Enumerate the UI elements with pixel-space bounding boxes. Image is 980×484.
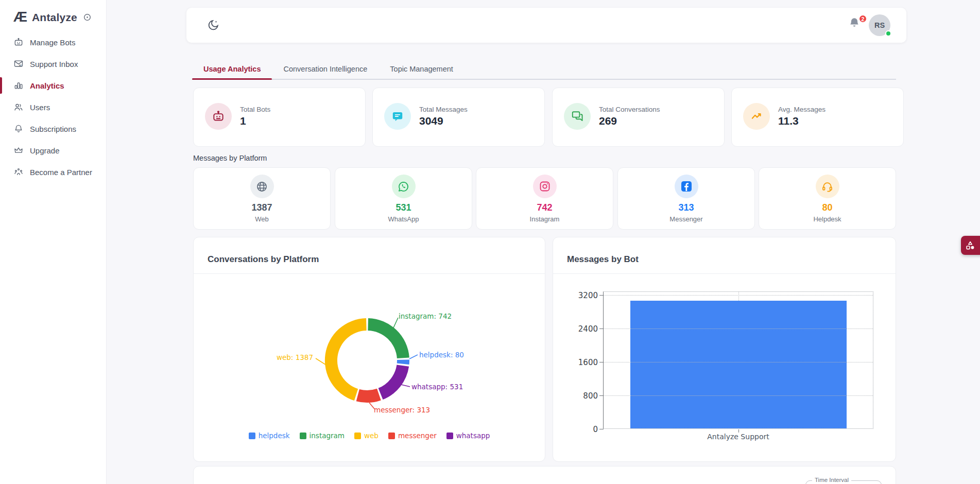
donut-segment-messenger[interactable] — [356, 389, 381, 403]
sidebar-item-become-a-partner[interactable]: Become a Partner — [0, 161, 106, 183]
gridline — [604, 362, 873, 362]
stat-value: 11.3 — [778, 115, 826, 127]
platform-label: Messenger — [618, 215, 754, 223]
y-tick-mark — [599, 295, 604, 296]
sidebar-item-users[interactable]: Users — [0, 96, 106, 118]
bar-x-label: Antalyze Support — [603, 433, 873, 441]
platform-card-web: 1387 Web — [193, 167, 331, 230]
inbox-ai-icon: AI — [13, 59, 24, 69]
sidebar-item-subscriptions[interactable]: Subscriptions — [0, 118, 106, 140]
legend-item-web[interactable]: web — [354, 431, 379, 440]
y-tick-label: 3200 — [578, 291, 598, 300]
stat-label: Total Conversations — [599, 106, 660, 113]
y-tick-mark — [599, 362, 604, 362]
platform-card-messenger: 313 Messenger — [617, 167, 755, 230]
platform-label: WhatsApp — [335, 215, 472, 223]
donut-label-messenger: messenger: 313 — [374, 406, 430, 414]
messages-by-bot-card: Messages by Bot 0800160024003200 Antalyz… — [553, 237, 896, 462]
avatar[interactable]: RS — [869, 14, 890, 36]
whatsapp-icon — [392, 175, 416, 198]
y-tick-mark — [599, 395, 604, 396]
sidebar-item-manage-bots[interactable]: Manage Bots — [0, 31, 106, 53]
platform-value: 531 — [335, 202, 472, 213]
legend-label: web — [364, 431, 379, 440]
users-icon — [13, 102, 24, 112]
platform-label: Instagram — [476, 215, 613, 223]
stat-value: 1 — [240, 115, 270, 127]
conversations-icon — [564, 103, 591, 130]
shapes-icon — [965, 240, 976, 251]
legend-item-helpdesk[interactable]: helpdesk — [249, 431, 290, 440]
bar-plot: 0800160024003200 — [603, 291, 873, 429]
chart-title: Messages by Bot — [567, 254, 639, 265]
sidebar-item-analytics[interactable]: Analytics — [0, 75, 106, 96]
platform-card-helpdesk: 80 Helpdesk — [759, 167, 896, 230]
notifications-button[interactable]: 2 — [848, 16, 865, 34]
tab-topic-management[interactable]: Topic Management — [379, 61, 465, 79]
legend-item-whatsapp[interactable]: whatsapp — [446, 431, 490, 440]
legend-swatch — [354, 433, 361, 439]
sidebar-collapse-icon[interactable] — [83, 13, 92, 22]
stat-value: 3049 — [419, 115, 468, 127]
donut-segment-web[interactable] — [325, 318, 367, 401]
logo-glyph: Æ — [13, 10, 27, 24]
gridline — [604, 295, 873, 296]
facebook-icon — [675, 175, 698, 198]
sidebar: Æ Antalyze Manage Bots AI Support Inbox … — [0, 0, 107, 484]
time-interval-select[interactable]: Time Interval — [805, 480, 882, 484]
trend-up-icon — [743, 103, 770, 130]
bar-antalyze-support — [630, 301, 847, 428]
divider — [553, 273, 896, 274]
platform-value: 1387 — [194, 202, 330, 213]
app-name: Antalyze — [32, 11, 77, 24]
widgets-floating-button[interactable] — [961, 236, 980, 255]
globe-icon — [250, 175, 274, 198]
platform-value: 80 — [759, 202, 896, 213]
donut-segment-instagram[interactable] — [368, 318, 409, 358]
svg-text:AI: AI — [19, 64, 22, 67]
legend-label: whatsapp — [456, 431, 490, 440]
platform-value: 313 — [618, 202, 754, 213]
tab-conversation-intelligence[interactable]: Conversation Intelligence — [272, 61, 379, 79]
conversations-by-platform-card: Conversations by Platform instagram: 742… — [193, 237, 545, 462]
time-interval-label: Time Interval — [812, 477, 851, 483]
donut-label-instagram: instagram: 742 — [399, 312, 452, 320]
y-tick-label: 0 — [593, 425, 598, 434]
chat-message-icon — [384, 103, 411, 130]
avatar-initials: RS — [874, 21, 885, 29]
platform-card-instagram: 742 Instagram — [476, 167, 613, 230]
chart-title: Conversations by Platform — [208, 254, 319, 265]
legend-swatch — [388, 433, 395, 439]
sidebar-item-label: Subscriptions — [30, 125, 76, 133]
tab-usage-analytics[interactable]: Usage Analytics — [192, 61, 272, 79]
sidebar-item-label: Upgrade — [30, 146, 60, 155]
platform-label: Helpdesk — [759, 215, 896, 223]
stat-value: 269 — [599, 115, 660, 127]
legend-label: messenger — [398, 431, 437, 440]
sidebar-item-label: Support Inbox — [30, 60, 78, 68]
stat-card-total-bots: Total Bots 1 — [193, 88, 366, 147]
notification-badge: 2 — [858, 14, 867, 23]
dark-mode-toggle[interactable] — [207, 19, 220, 31]
sidebar-item-label: Users — [30, 103, 50, 112]
y-tick-label: 1600 — [578, 358, 598, 367]
stat-label: Total Messages — [419, 106, 468, 113]
topbar: 2 RS — [186, 8, 906, 43]
donut-segment-helpdesk[interactable] — [397, 359, 409, 365]
robot-icon — [205, 103, 232, 130]
app-logo: Æ Antalyze — [0, 0, 106, 31]
legend-item-messenger[interactable]: messenger — [388, 431, 437, 440]
headset-icon — [816, 175, 839, 198]
sidebar-item-label: Analytics — [30, 81, 64, 90]
donut-segment-whatsapp[interactable] — [379, 365, 409, 400]
legend-swatch — [300, 433, 306, 439]
platform-value: 742 — [476, 202, 613, 213]
legend-item-instagram[interactable]: instagram — [300, 431, 345, 440]
gridline — [604, 395, 873, 396]
sidebar-item-support-inbox[interactable]: AI Support Inbox — [0, 53, 106, 75]
sidebar-item-upgrade[interactable]: Upgrade — [0, 140, 106, 161]
bar-chart-icon — [13, 80, 24, 91]
stat-card-total-messages: Total Messages 3049 — [372, 88, 545, 147]
legend-label: helpdesk — [259, 431, 290, 440]
y-tick-label: 2400 — [578, 324, 598, 334]
